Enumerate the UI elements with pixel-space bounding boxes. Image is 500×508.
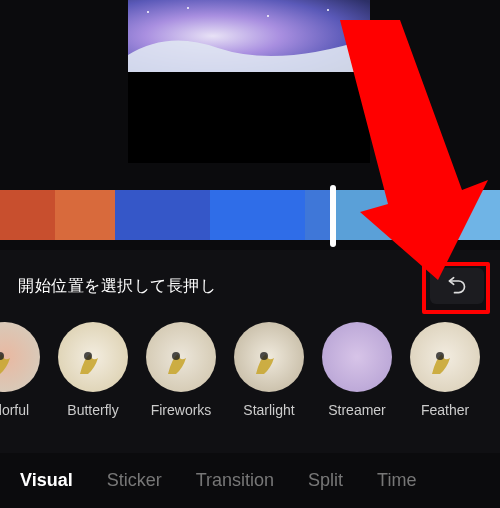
timeline-playhead[interactable] [330, 185, 336, 247]
effect-starlight[interactable]: Starlight [234, 322, 304, 418]
svg-point-12 [260, 352, 268, 360]
effect-label: Fireworks [151, 402, 212, 418]
svg-rect-9 [146, 322, 216, 392]
svg-rect-5 [0, 322, 40, 392]
effect-thumb-colorful [0, 322, 40, 392]
effect-label: Starlight [243, 402, 294, 418]
effect-streamer[interactable]: Streamer [322, 322, 392, 418]
undo-icon [446, 276, 468, 296]
timeline-segment[interactable] [210, 190, 305, 240]
preview-frame-image [128, 0, 370, 72]
timeline-segment[interactable] [115, 190, 210, 240]
effect-thumb-butterfly [58, 322, 128, 392]
effect-thumb-fireworks [146, 322, 216, 392]
tab-sticker[interactable]: Sticker [107, 470, 162, 491]
svg-point-4 [327, 9, 329, 11]
svg-rect-13 [322, 322, 392, 392]
tab-transition[interactable]: Transition [196, 470, 274, 491]
svg-point-16 [436, 352, 444, 360]
effect-label: Streamer [328, 402, 386, 418]
svg-rect-7 [58, 322, 128, 392]
effects-strip[interactable]: ColorfulButterflyFireworksStarlightStrea… [0, 314, 500, 418]
tab-split[interactable]: Split [308, 470, 343, 491]
tab-time[interactable]: Time [377, 470, 416, 491]
svg-point-10 [172, 352, 180, 360]
effect-butterfly[interactable]: Butterfly [58, 322, 128, 418]
timeline-segment[interactable] [0, 190, 55, 240]
instruction-text: 開始位置を選択して長押し [18, 276, 216, 297]
video-preview [128, 0, 370, 163]
timeline-segment[interactable] [55, 190, 115, 240]
effect-thumb-streamer [322, 322, 392, 392]
svg-rect-15 [410, 322, 480, 392]
svg-point-1 [147, 11, 149, 13]
effect-label: Butterfly [67, 402, 118, 418]
svg-rect-11 [234, 322, 304, 392]
svg-point-8 [84, 352, 92, 360]
effect-category-tabs[interactable]: VisualStickerTransitionSplitTime [0, 453, 500, 508]
effect-thumb-feather [410, 322, 480, 392]
tab-visual[interactable]: Visual [20, 470, 73, 491]
effect-fireworks[interactable]: Fireworks [146, 322, 216, 418]
svg-point-3 [267, 15, 269, 17]
timeline[interactable] [0, 190, 500, 240]
timeline-segment[interactable] [335, 190, 425, 240]
effect-thumb-starlight [234, 322, 304, 392]
effect-feather[interactable]: Feather [410, 322, 480, 418]
effect-label: Colorful [0, 402, 29, 418]
svg-point-2 [187, 7, 189, 9]
effect-colorful[interactable]: Colorful [0, 322, 40, 418]
undo-button[interactable] [430, 268, 484, 304]
preview-black-bar [128, 72, 370, 163]
timeline-segment[interactable] [425, 190, 500, 240]
effect-label: Feather [421, 402, 469, 418]
